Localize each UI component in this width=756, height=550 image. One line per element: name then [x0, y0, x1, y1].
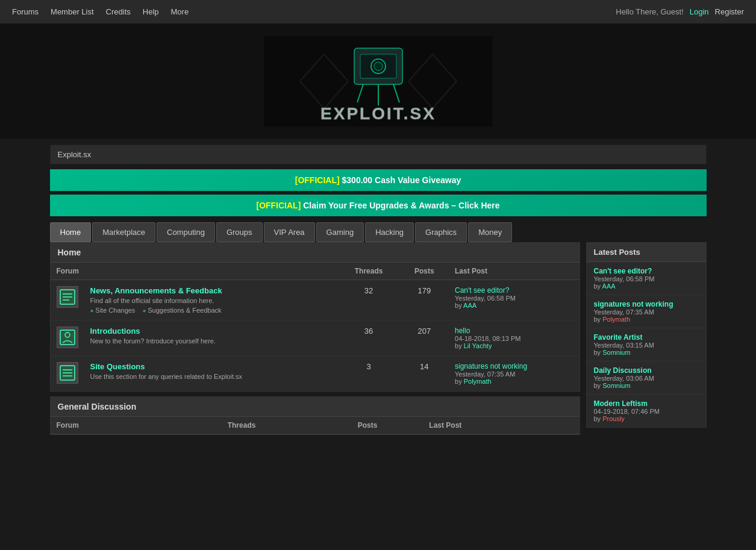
posts-news: 179	[400, 280, 449, 320]
home-forum-table: Forum Threads Posts Last Post	[51, 263, 579, 391]
general-col-forum: Forum	[51, 417, 172, 434]
last-post-date-intro: 04-18-2018, 08:13 PM	[455, 335, 520, 342]
side-post-user-2[interactable]: Somnium	[602, 349, 630, 356]
tab-vip-area[interactable]: VIP Area	[264, 222, 315, 242]
last-post-title-intro[interactable]: hello	[455, 327, 470, 335]
last-post-sq: signatures not working Yesterday, 07:35 …	[449, 356, 579, 392]
tab-hacking[interactable]: Hacking	[365, 222, 414, 242]
side-post-title-2[interactable]: Favorite Artist	[594, 333, 699, 342]
greeting-text: Hello There, Guest!	[616, 7, 683, 16]
forum-icon-cell	[51, 280, 84, 320]
site-banner: EXPLOIT.SX EXPLOIT.SX	[0, 24, 756, 139]
tab-groups[interactable]: Groups	[216, 222, 263, 242]
general-col-threads: Threads	[171, 417, 312, 434]
side-post-title-4[interactable]: Modern Leftism	[594, 399, 699, 408]
col-threads: Threads	[338, 263, 400, 280]
forum-desc-sq: Use this section for any queries related…	[90, 373, 332, 380]
forum-icon-sq	[57, 362, 78, 384]
side-post-item-1: signatures not working Yesterday, 07:35 …	[587, 295, 706, 328]
svg-text:EXPLOIT.SX: EXPLOIT.SX	[320, 104, 436, 123]
side-post-date-1: Yesterday, 07:35 AM	[594, 308, 699, 316]
general-table-header-row: Forum Threads Posts Last Post	[51, 417, 579, 434]
general-col-posts: Posts	[312, 417, 423, 434]
forum-info-cell-intro: Introductions New to the forum? Introduc…	[84, 320, 338, 356]
nav-forums[interactable]: Forums	[12, 7, 39, 16]
side-post-by-4: by Prously	[594, 415, 699, 422]
subforum-site-changes[interactable]: Site Changes	[90, 307, 136, 314]
nav-memberlist[interactable]: Member List	[51, 7, 94, 16]
forum-icon-cell-intro	[51, 320, 84, 356]
latest-posts-section: Latest Posts Can't see editor? Yesterday…	[586, 242, 707, 428]
register-link[interactable]: Register	[715, 7, 744, 16]
official-tag-2: [OFFICIAL]	[256, 201, 301, 210]
home-section: Home Forum Threads Posts Last Post	[50, 242, 580, 392]
nav-help[interactable]: Help	[143, 7, 159, 16]
nav-credits[interactable]: Credits	[106, 7, 131, 16]
main-container: Exploit.sx [OFFICIAL] $300.00 Cash Value…	[41, 139, 716, 458]
last-post-date-sq: Yesterday, 07:35 AM	[455, 370, 515, 378]
side-post-item-3: Daily Discussion Yesterday, 03:06 AM by …	[587, 361, 706, 395]
logo-svg: EXPLOIT.SX EXPLOIT.SX	[264, 36, 493, 127]
side-post-by-2: by Somnium	[594, 349, 699, 356]
side-post-by-3: by Somnium	[594, 382, 699, 389]
general-col-last-post: Last Post	[423, 417, 579, 434]
forum-info-cell-sq: Site Questions Use this section for any …	[84, 356, 338, 392]
tab-marketplace[interactable]: Marketplace	[92, 222, 155, 242]
side-post-item-2: Favorite Artist Yesterday, 03:15 AM by S…	[587, 328, 706, 361]
side-post-date-4: 04-19-2018, 07:46 PM	[594, 408, 699, 415]
side-post-user-1[interactable]: Polymath	[602, 316, 630, 323]
table-row: News, Announcements & Feedback Find all …	[51, 280, 579, 320]
general-section: General Discussion Forum Threads Posts L…	[50, 396, 580, 435]
table-header-row: Forum Threads Posts Last Post	[51, 263, 579, 280]
forum-title-sq[interactable]: Site Questions	[90, 362, 145, 371]
logo-container: EXPLOIT.SX EXPLOIT.SX	[264, 36, 493, 127]
last-post-user-news[interactable]: AAA	[463, 302, 476, 309]
forum-info-cell: News, Announcements & Feedback Find all …	[84, 280, 338, 320]
forum-icon	[57, 286, 78, 308]
tab-graphics[interactable]: Graphics	[415, 222, 467, 242]
announcement-1[interactable]: [OFFICIAL] $300.00 Cash Value Giveaway	[50, 169, 707, 191]
posts-intro: 207	[400, 320, 449, 356]
side-panel: Latest Posts Can't see editor? Yesterday…	[586, 242, 707, 440]
side-post-title-3[interactable]: Daily Discussion	[594, 366, 699, 375]
last-post-by-sq: by	[455, 378, 462, 385]
side-post-date-3: Yesterday, 03:06 AM	[594, 375, 699, 382]
col-forum: Forum	[51, 263, 338, 280]
last-post-title-sq[interactable]: signatures not working	[455, 362, 527, 370]
col-last-post: Last Post	[449, 263, 579, 280]
last-post-by-intro: by	[455, 342, 462, 349]
general-forum-table: Forum Threads Posts Last Post	[51, 417, 579, 434]
subforum-suggestions[interactable]: Suggestions & Feedback	[142, 307, 221, 314]
tabs-bar: Home Marketplace Computing Groups VIP Ar…	[50, 222, 707, 242]
threads-news: 32	[338, 280, 400, 320]
last-post-user-sq[interactable]: Polymath	[464, 378, 492, 385]
table-row: Introductions New to the forum? Introduc…	[51, 320, 579, 356]
side-post-title-1[interactable]: signatures not working	[594, 300, 699, 308]
side-post-title-0[interactable]: Can't see editor?	[594, 267, 699, 275]
tab-home[interactable]: Home	[50, 222, 92, 242]
tab-money[interactable]: Money	[468, 222, 512, 242]
svg-point-6	[374, 62, 383, 70]
login-link[interactable]: Login	[690, 7, 709, 16]
side-post-user-0[interactable]: AAA	[602, 283, 616, 290]
forum-desc-news: Find all of the official site informatio…	[90, 297, 332, 304]
tab-gaming[interactable]: Gaming	[316, 222, 364, 242]
threads-intro: 36	[338, 320, 400, 356]
side-post-item-4: Modern Leftism 04-19-2018, 07:46 PM by P…	[587, 395, 706, 427]
col-posts: Posts	[400, 263, 449, 280]
home-section-header: Home	[51, 243, 579, 263]
announcement-2[interactable]: [OFFICIAL] Claim Your Free Upgrades & Aw…	[50, 195, 707, 216]
last-post-user-intro[interactable]: Lil Yachty	[464, 342, 492, 349]
top-navigation: Forums Member List Credits Help More Hel…	[0, 0, 756, 24]
forum-title-intro[interactable]: Introductions	[90, 327, 140, 336]
forum-icon-cell-sq	[51, 356, 84, 392]
side-post-user-3[interactable]: Somnium	[602, 382, 630, 389]
forum-title-news[interactable]: News, Announcements & Feedback	[90, 286, 222, 295]
side-post-user-4[interactable]: Prously	[602, 415, 625, 422]
side-post-date-0: Yesterday, 06:58 PM	[594, 275, 699, 283]
tab-computing[interactable]: Computing	[157, 222, 215, 242]
posts-sq: 14	[400, 356, 449, 392]
nav-more[interactable]: More	[171, 7, 189, 16]
last-post-title-news[interactable]: Can't see editor?	[455, 286, 509, 295]
last-post-by-news: by	[455, 302, 462, 309]
